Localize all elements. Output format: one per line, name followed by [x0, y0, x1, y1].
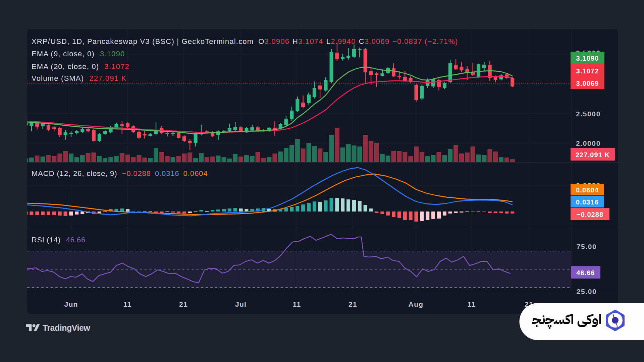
- svg-text:EMA (20, close, 0)3.1072: EMA (20, close, 0)3.1072: [32, 62, 129, 71]
- svg-text:0.0604: 0.0604: [576, 186, 599, 194]
- svg-text:EMA (9, close, 0)3.1090: EMA (9, close, 0)3.1090: [32, 50, 125, 58]
- svg-text:0.0316: 0.0316: [576, 198, 599, 206]
- svg-text:Jun: Jun: [64, 300, 78, 308]
- svg-text:21: 21: [179, 300, 188, 308]
- svg-text:−0.0288: −0.0288: [577, 211, 604, 218]
- svg-text:2.5000: 2.5000: [576, 110, 601, 118]
- svg-text:3.1090: 3.1090: [576, 55, 599, 62]
- svg-text:Volume (SMA)227.091 K: Volume (SMA)227.091 K: [32, 74, 126, 82]
- svg-text:XRP/USD, 1D, Pancakeswap V3 (B: XRP/USD, 1D, Pancakeswap V3 (BSC) | Geck…: [32, 37, 458, 46]
- svg-text:Jul: Jul: [235, 300, 247, 308]
- svg-text:3.0069: 3.0069: [576, 80, 599, 87]
- svg-text:RSI (14)46.66: RSI (14)46.66: [32, 236, 86, 244]
- svg-text:11: 11: [123, 300, 132, 308]
- svg-text:21: 21: [348, 300, 357, 308]
- svg-text:Aug: Aug: [409, 300, 423, 308]
- svg-text:11: 11: [468, 300, 476, 308]
- svg-text:3.1072: 3.1072: [576, 67, 599, 75]
- svg-text:75.00: 75.00: [577, 243, 597, 250]
- svg-text:25.00: 25.00: [577, 288, 597, 295]
- svg-text:TradingView: TradingView: [43, 323, 90, 333]
- svg-text:46.66: 46.66: [576, 269, 595, 277]
- svg-text:2.0000: 2.0000: [576, 139, 601, 147]
- svg-text:11: 11: [293, 300, 301, 308]
- svg-text:227.091 K: 227.091 K: [576, 151, 610, 159]
